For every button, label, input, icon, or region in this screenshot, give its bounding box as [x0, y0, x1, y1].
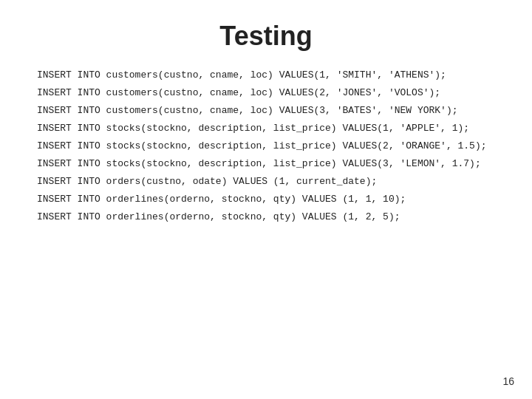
- sql-line: INSERT INTO orderlines(orderno, stockno,…: [37, 191, 510, 208]
- sql-line: INSERT INTO stocks(stockno, description,…: [37, 120, 510, 137]
- sql-line: INSERT INTO stocks(stockno, description,…: [37, 137, 510, 155]
- sql-line: INSERT INTO customers(custno, cname, loc…: [37, 102, 510, 120]
- sql-content: INSERT INTO customers(custno, cname, loc…: [0, 66, 532, 226]
- sql-line: INSERT INTO orderlines(orderno, stockno,…: [37, 208, 510, 226]
- sql-line: INSERT INTO customers(custno, cname, loc…: [37, 66, 510, 84]
- sql-line: INSERT INTO stocks(stockno, description,…: [37, 155, 510, 173]
- page-title: Testing: [0, 0, 532, 66]
- sql-line: INSERT INTO customers(custno, cname, loc…: [37, 84, 510, 102]
- page-number: 16: [502, 375, 514, 387]
- sql-line: INSERT INTO orders(custno, odate) VALUES…: [37, 173, 510, 191]
